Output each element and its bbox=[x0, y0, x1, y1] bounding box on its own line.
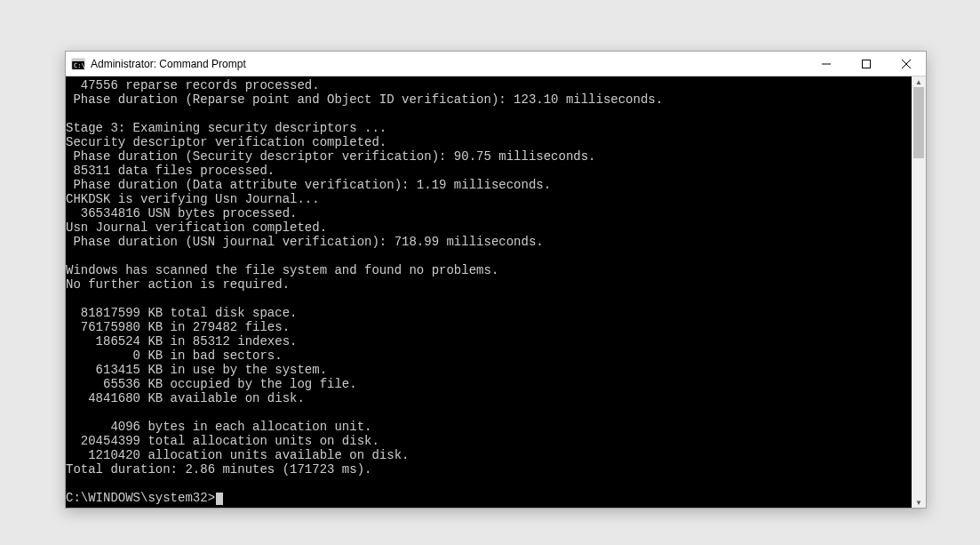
window-title: Administrator: Command Prompt bbox=[91, 58, 806, 70]
app-icon: C:\ bbox=[71, 57, 85, 71]
minimize-button[interactable] bbox=[806, 52, 846, 76]
svg-text:C:\: C:\ bbox=[74, 62, 85, 69]
cursor bbox=[216, 493, 223, 505]
maximize-button[interactable] bbox=[846, 52, 886, 76]
command-prompt-window: C:\ Administrator: Command Prompt 47556 … bbox=[65, 51, 927, 509]
terminal-area: 47556 reparse records processed. Phase d… bbox=[66, 76, 926, 508]
svg-rect-4 bbox=[862, 60, 870, 68]
scroll-down-icon[interactable]: ▼ bbox=[912, 497, 926, 508]
prompt: C:\WINDOWS\system32> bbox=[66, 491, 215, 505]
svg-rect-1 bbox=[72, 59, 84, 61]
scrollbar-thumb[interactable] bbox=[913, 87, 924, 158]
scroll-up-icon[interactable]: ▲ bbox=[912, 76, 926, 87]
vertical-scrollbar[interactable]: ▲ ▼ bbox=[912, 76, 926, 508]
window-controls bbox=[806, 52, 926, 76]
terminal-output[interactable]: 47556 reparse records processed. Phase d… bbox=[66, 76, 912, 508]
titlebar[interactable]: C:\ Administrator: Command Prompt bbox=[66, 52, 926, 76]
close-button[interactable] bbox=[886, 52, 926, 76]
